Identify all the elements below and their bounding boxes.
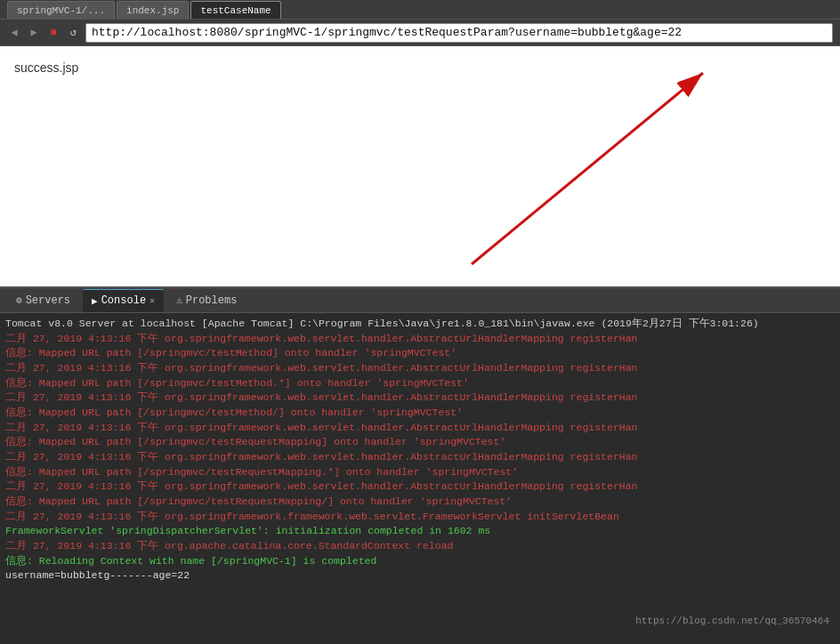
browser-tabs: springMVC-1/... index.jsp testCaseName (0, 0, 840, 20)
console-line: 二月 27, 2019 4:13:16 下午 org.springframewo… (5, 390, 835, 406)
back-button[interactable]: ◀ (7, 26, 21, 40)
console-line: FrameworkServlet 'springDispatcherServle… (5, 524, 835, 539)
stop-button[interactable]: ■ (46, 26, 61, 40)
console-line: 信息: Mapped URL path [/springmvc/testRequ… (5, 435, 835, 450)
url-text: http://localhost:8080/springMVC-1/spring… (92, 26, 682, 39)
console-line: 二月 27, 2019 4:13:16 下午 org.springframewo… (5, 479, 835, 495)
reload-button[interactable]: ↺ (66, 26, 80, 40)
tab-3-label: testCaseName (200, 5, 271, 16)
console-line: 二月 27, 2019 4:13:16 下午 org.springframewo… (5, 421, 835, 436)
servers-label: Servers (26, 294, 70, 307)
svg-line-1 (472, 73, 703, 264)
url-bar[interactable]: http://localhost:8080/springMVC-1/spring… (85, 23, 833, 43)
tab-2[interactable]: index.jsp (117, 1, 189, 19)
tab-1-label: springMVC-1/... (17, 5, 105, 16)
arrow-annotation (0, 46, 840, 286)
page-content-text: success.jsp (14, 60, 78, 75)
tab-2-label: index.jsp (126, 5, 179, 16)
problems-icon: ⚠ (176, 294, 182, 306)
console-icon: ▶ (92, 295, 98, 307)
console-line: 二月 27, 2019 4:13:16 下午 org.springframewo… (5, 510, 835, 525)
tab-3[interactable]: testCaseName (190, 1, 280, 19)
console-line: 信息: Mapped URL path [/springmvc/testMeth… (5, 406, 835, 421)
console-line: 信息: Mapped URL path [/springmvc/testRequ… (5, 495, 835, 510)
browser-window: springMVC-1/... index.jsp testCaseName ◀… (0, 0, 840, 644)
tab-problems[interactable]: ⚠ Problems (167, 289, 246, 312)
address-bar: ◀ ▶ ■ ↺ http://localhost:8080/springMVC-… (0, 20, 840, 46)
console-line: 二月 27, 2019 4:13:16 下午 org.springframewo… (5, 361, 835, 376)
console-line: username=bubbletg-------age=22 (5, 568, 835, 584)
console-line: 二月 27, 2019 4:13:16 下午 org.apache.catali… (5, 539, 835, 554)
tab-console[interactable]: ▶ Console ✕ (83, 289, 164, 312)
console-line: 信息: Mapped URL path [/springmvc/testMeth… (5, 346, 835, 361)
tab-1[interactable]: springMVC-1/... (7, 1, 115, 19)
browser-content: success.jsp (0, 46, 840, 286)
console-line: Tomcat v8.0 Server at localhost [Apache … (5, 317, 835, 332)
problems-label: Problems (186, 294, 238, 307)
console-line: 信息: Reloading Context with name [/spring… (5, 554, 835, 569)
console-line: 信息: Mapped URL path [/springmvc/testMeth… (5, 376, 835, 391)
console-output: Tomcat v8.0 Server at localhost [Apache … (0, 313, 840, 633)
console-label: Console (101, 294, 146, 307)
console-line: 二月 27, 2019 4:13:16 下午 org.springframewo… (5, 332, 835, 347)
forward-button[interactable]: ▶ (27, 26, 41, 40)
console-close-icon[interactable]: ✕ (149, 295, 155, 306)
bottom-panel: ⚙ Servers ▶ Console ✕ ⚠ Problems Tomcat … (0, 286, 840, 633)
tab-servers[interactable]: ⚙ Servers (7, 289, 79, 312)
panel-tabs-bar: ⚙ Servers ▶ Console ✕ ⚠ Problems (0, 288, 840, 313)
watermark: https://blog.csdn.net/qq_36570464 (635, 616, 829, 626)
servers-icon: ⚙ (16, 294, 22, 306)
console-line: 信息: Mapped URL path [/springmvc/testRequ… (5, 465, 835, 480)
console-line: 二月 27, 2019 4:13:16 下午 org.springframewo… (5, 450, 835, 465)
